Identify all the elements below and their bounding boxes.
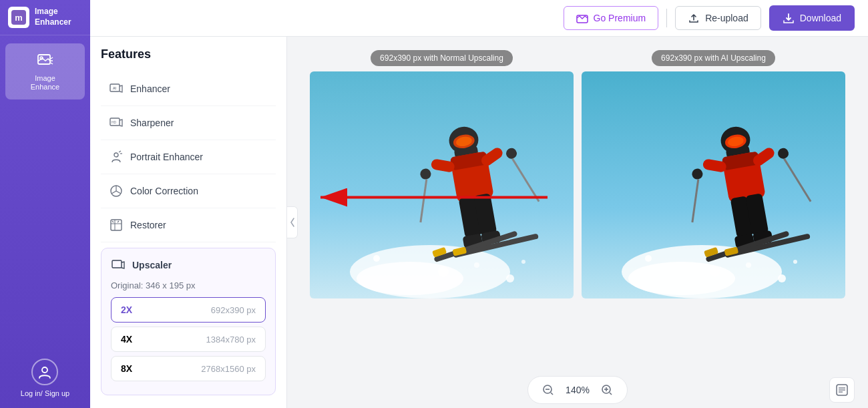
sidebar-item-label: Image Enhance xyxy=(31,74,59,91)
topbar: Go Premium Re-upload Download xyxy=(90,0,868,37)
left-image-frame xyxy=(310,71,574,298)
svg-point-4 xyxy=(42,367,47,373)
svg-point-70 xyxy=(778,274,786,282)
zoom-out-button[interactable] xyxy=(539,381,558,399)
right-image-frame xyxy=(582,71,845,298)
svg-point-42 xyxy=(506,274,514,282)
feature-sharpener[interactable]: HD Sharpener xyxy=(101,106,276,140)
download-icon xyxy=(783,12,795,24)
svg-point-68 xyxy=(710,266,720,277)
body-area: Features AI Enhancer HD xyxy=(90,37,868,408)
original-dimensions: Original: 346 x 195 px xyxy=(111,280,266,290)
logo-area: m Image Enhancer xyxy=(0,0,90,35)
image-area: 692x390 px with Normal Upscaling xyxy=(287,37,868,371)
features-title: Features xyxy=(101,47,276,61)
collapse-handle[interactable] xyxy=(287,206,298,238)
right-image-column: 692x390 px with AI Upscaling xyxy=(582,50,845,298)
download-button[interactable]: Download xyxy=(769,5,855,31)
svg-line-76 xyxy=(551,393,553,395)
svg-point-43 xyxy=(521,260,525,264)
scale-2x[interactable]: 2X 692x390 px xyxy=(111,297,266,323)
svg-line-14 xyxy=(118,221,119,222)
svg-point-41 xyxy=(474,262,479,268)
nav-items: Image Enhance xyxy=(0,35,90,348)
svg-point-10 xyxy=(114,153,118,157)
features-panel: Features AI Enhancer HD xyxy=(90,37,287,408)
zoom-value: 140% xyxy=(564,385,591,395)
svg-rect-15 xyxy=(112,260,122,268)
feature-color-correction[interactable]: Color Correction xyxy=(101,174,276,208)
svg-point-18 xyxy=(357,262,463,295)
upscaler-icon xyxy=(111,258,126,272)
logo-text: Image Enhancer xyxy=(35,7,71,27)
zoom-in-button[interactable] xyxy=(598,381,616,399)
svg-line-80 xyxy=(610,393,612,395)
zoom-controls: 140% xyxy=(527,376,628,404)
feature-restorer[interactable]: Restorer xyxy=(101,208,276,242)
restorer-icon xyxy=(109,218,124,232)
reupload-button[interactable]: Re-upload xyxy=(675,6,761,30)
feature-enhancer[interactable]: AI Enhancer xyxy=(101,72,276,106)
sidebar: m Image Enhancer Image Enhance L xyxy=(0,0,90,408)
feature-portrait[interactable]: Portrait Enhancer xyxy=(101,140,276,174)
portrait-icon xyxy=(109,150,124,164)
logo-icon: m xyxy=(8,7,29,28)
login-label: Log in/ Sign up xyxy=(21,389,69,397)
bottom-controls: 140% xyxy=(287,371,868,408)
svg-point-67 xyxy=(645,255,652,262)
svg-text:AI: AI xyxy=(113,86,117,90)
go-premium-button[interactable]: Go Premium xyxy=(564,6,659,30)
avatar xyxy=(31,359,58,385)
svg-line-13 xyxy=(112,221,114,222)
svg-point-46 xyxy=(628,262,735,295)
svg-text:HD: HD xyxy=(112,120,117,124)
notes-button[interactable] xyxy=(829,377,855,403)
left-image-column: 692x390 px with Normal Upscaling xyxy=(310,50,574,298)
image-enhance-icon xyxy=(36,51,55,70)
main-content: Go Premium Re-upload Download Features xyxy=(90,0,868,408)
reupload-icon xyxy=(688,12,700,24)
svg-point-71 xyxy=(793,260,797,264)
svg-point-40 xyxy=(438,266,449,277)
upscaler-header: Upscaler xyxy=(111,258,266,272)
svg-point-69 xyxy=(746,262,751,268)
login-area[interactable]: Log in/ Sign up xyxy=(15,348,75,408)
scale-8x[interactable]: 8X 2768x1560 px xyxy=(111,356,266,381)
left-image-label: 692x390 px with Normal Upscaling xyxy=(371,50,513,66)
enhancer-icon: AI xyxy=(109,81,124,96)
sharpener-icon: HD xyxy=(109,116,124,130)
premium-icon xyxy=(576,12,588,24)
upscaler-card: Upscaler Original: 346 x 195 px 2X 692x3… xyxy=(101,248,276,395)
sidebar-item-image-enhance[interactable]: Image Enhance xyxy=(5,43,85,99)
svg-text:m: m xyxy=(15,13,23,23)
right-image-label: 692x390 px with AI Upscaling xyxy=(652,50,775,66)
content-area: 692x390 px with Normal Upscaling xyxy=(287,37,868,408)
color-correction-icon xyxy=(109,184,124,198)
scale-4x[interactable]: 4X 1384x780 px xyxy=(111,327,266,352)
svg-point-39 xyxy=(373,255,380,262)
topbar-divider xyxy=(666,9,667,27)
